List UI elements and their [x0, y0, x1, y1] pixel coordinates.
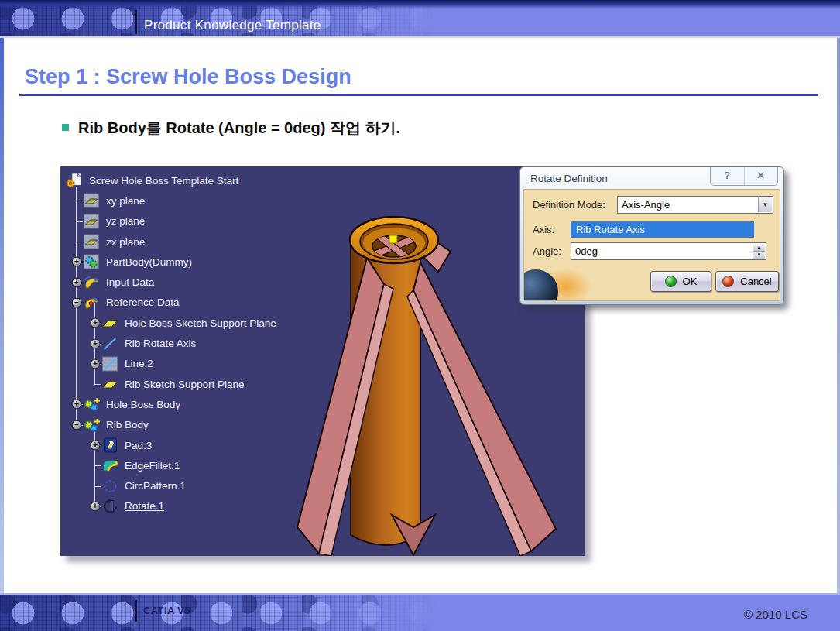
cancel-button-label: Cancel	[740, 276, 771, 287]
ok-led-icon	[665, 276, 677, 287]
tree-item[interactable]: zx plane	[60, 231, 386, 252]
rotate-definition-dialog[interactable]: Rotate Definition ?✕ Definition Mode: Ax…	[519, 166, 784, 305]
pad-icon	[101, 437, 120, 453]
geometrical-set-icon	[82, 275, 101, 290]
close-icon[interactable]: ✕	[744, 167, 778, 185]
rotate-icon	[101, 499, 120, 514]
tree-item-label: Rib Sketch Support Plane	[125, 379, 245, 390]
tree-item[interactable]: +Rotate.1	[60, 496, 386, 516]
tree-item-label: Line.2	[125, 358, 153, 369]
expand-plus-icon[interactable]: +	[72, 400, 82, 410]
tree-item[interactable]: Screw Hole Boss Template Start	[60, 170, 386, 190]
axis-label: Axis:	[533, 224, 554, 235]
tree-item[interactable]: +Hole Boss Sketch Support Plane	[60, 313, 386, 333]
header-banner: Product Knowledge Template	[0, 0, 840, 38]
tree-item-label: zx plane	[106, 236, 145, 248]
definition-mode-select[interactable]: Axis-Angle ▼	[617, 196, 773, 214]
tree-item[interactable]: +Pad.3	[60, 435, 386, 455]
tree-item[interactable]: xy plane	[60, 190, 386, 211]
circpattern-icon	[101, 478, 120, 494]
tree-item-label: EdgeFillet.1	[125, 460, 180, 472]
tree-item-label: yz plane	[106, 215, 145, 227]
header-divider	[135, 10, 137, 34]
angle-value: 0deg	[575, 245, 598, 257]
definition-mode-value: Axis-Angle	[622, 199, 670, 211]
cancel-button[interactable]: Cancel	[715, 271, 779, 292]
tree-item-label: xy plane	[106, 195, 145, 207]
footer-product-name: CATIA V5	[143, 605, 190, 616]
tree-item[interactable]: +Rib Rotate Axis	[60, 333, 386, 353]
dialog-titlebar[interactable]: Rotate Definition ?✕	[520, 167, 783, 189]
edgefillet-icon	[101, 458, 120, 473]
tree-item[interactable]: EdgeFillet.1	[60, 455, 386, 475]
footer-copyright: © 2010 LCS	[744, 608, 807, 621]
tree-item-label: Rib Rotate Axis	[125, 338, 196, 349]
tree-item-label: Reference Data	[106, 297, 180, 308]
expand-minus-icon[interactable]: −	[72, 297, 82, 307]
expand-plus-icon[interactable]: +	[72, 257, 82, 267]
spin-up-icon[interactable]: ▲	[753, 244, 765, 252]
tree-item[interactable]: −Reference Data	[60, 293, 386, 313]
line-hidden-icon	[101, 356, 120, 372]
dialog-body: Definition Mode: Axis-Angle ▼ Axis: Rib …	[523, 189, 780, 301]
expand-plus-icon[interactable]: +	[91, 318, 101, 328]
tree-item[interactable]: +Line.2	[60, 354, 386, 374]
tree-item-label: CircPattern.1	[125, 480, 186, 492]
body-icon	[82, 417, 101, 433]
tree-item[interactable]: +PartBody(Dummy)	[60, 252, 386, 272]
tree-item-label: PartBody(Dummy)	[106, 256, 192, 268]
plane-hidden-icon	[82, 193, 101, 208]
angle-field[interactable]: 0deg ▲▼	[571, 242, 766, 260]
left-edge-strip	[0, 38, 4, 593]
footer-banner: CATIA V5 © 2010 LCS	[0, 593, 840, 631]
expand-plus-icon[interactable]: +	[91, 358, 101, 369]
bullet-icon	[62, 124, 69, 131]
plane-icon	[101, 376, 120, 392]
tree-item[interactable]: −Rib Body	[60, 415, 386, 435]
geometrical-set-ref-icon	[82, 295, 101, 310]
expand-minus-icon[interactable]: −	[72, 420, 82, 430]
spec-tree[interactable]: Screw Hole Boss Template Startxy planeyz…	[60, 170, 386, 516]
line-icon	[101, 336, 120, 352]
chevron-down-icon[interactable]: ▼	[758, 197, 772, 212]
tree-item-label: Pad.3	[125, 440, 152, 451]
help-icon[interactable]: ?	[711, 167, 744, 185]
header-title: Product Knowledge Template	[144, 18, 321, 33]
bullet-item: Rib Body를 Rotate (Angle = 0deg) 작업 하기.	[62, 118, 400, 139]
tree-item[interactable]: Rib Sketch Support Plane	[60, 374, 386, 394]
axis-field[interactable]: Rib Rotate Axis	[571, 221, 754, 238]
partbody-icon	[82, 254, 101, 269]
plane-icon	[101, 315, 120, 331]
angle-spinner: ▲▼	[753, 244, 765, 259]
ok-button-label: OK	[683, 276, 698, 287]
tree-item-label: Rotate.1	[125, 500, 164, 512]
tree-item-label: Input Data	[106, 276, 154, 288]
tree-item-label: Hole Boss Sketch Support Plane	[125, 317, 276, 329]
tree-item[interactable]: yz plane	[60, 211, 386, 231]
header-top-strip	[0, 0, 840, 9]
catia-viewport[interactable]: Screw Hole Boss Template Startxy planeyz…	[60, 166, 585, 556]
bullet-text: Rib Body를 Rotate (Angle = 0deg) 작업 하기.	[78, 118, 400, 139]
ok-button[interactable]: OK	[650, 271, 711, 292]
dialog-title: Rotate Definition	[530, 173, 608, 184]
right-edge-strip	[837, 38, 840, 593]
dialog-window-buttons: ?✕	[710, 167, 778, 186]
expand-plus-icon[interactable]: +	[91, 338, 101, 348]
plane-hidden-icon	[82, 234, 101, 249]
spin-down-icon[interactable]: ▼	[753, 252, 765, 259]
body-icon	[82, 396, 101, 412]
plane-hidden-icon	[82, 214, 101, 229]
tree-item[interactable]: +Input Data	[60, 272, 386, 292]
tree-item[interactable]: CircPattern.1	[60, 475, 386, 496]
angle-label: Angle:	[533, 245, 561, 257]
cancel-led-icon	[722, 276, 734, 287]
expand-plus-icon[interactable]: +	[91, 501, 101, 511]
footer-divider	[135, 600, 137, 622]
tree-item-label: Rib Body	[106, 419, 149, 430]
tree-item-label: Screw Hole Boss Template Start	[89, 175, 238, 187]
page-title: Step 1 : Screw Hole Boss Design	[25, 65, 351, 89]
title-underline	[19, 94, 818, 96]
expand-plus-icon[interactable]: +	[72, 277, 82, 287]
tree-item[interactable]: +Hole Boss Body	[60, 394, 386, 414]
expand-plus-icon[interactable]: +	[91, 441, 101, 451]
